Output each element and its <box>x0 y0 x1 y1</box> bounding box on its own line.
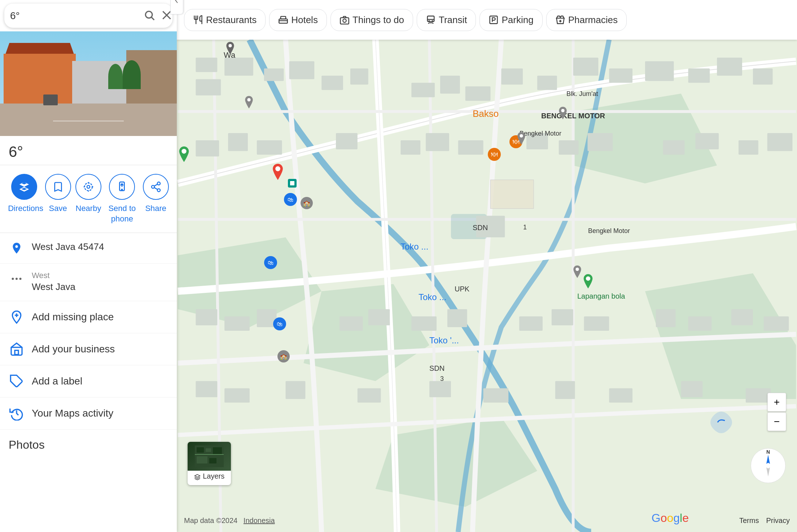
food-marker-orange-2[interactable]: 🍽 <box>487 147 502 163</box>
svg-text:N: N <box>766 449 770 455</box>
save-icon-circle <box>45 174 71 200</box>
shopping-marker-1[interactable]: 🛍 <box>283 192 298 208</box>
save-button[interactable]: Save <box>45 174 71 224</box>
map-data-text: Map data ©2024 Indonesia <box>184 516 275 525</box>
add-label-label: Add a label <box>32 375 82 387</box>
collapse-panel-button[interactable] <box>170 0 183 14</box>
svg-point-20 <box>16 278 18 280</box>
search-input[interactable] <box>10 10 139 22</box>
svg-rect-92 <box>429 381 451 397</box>
svg-rect-25 <box>15 350 18 355</box>
svg-rect-86 <box>731 309 753 325</box>
parking-icon <box>489 15 499 25</box>
gray-marker-bengkel[interactable] <box>516 132 527 148</box>
gray-marker-right[interactable] <box>557 107 569 123</box>
pharmacies-label: Pharmacies <box>568 14 618 26</box>
left-panel: 6° Directions Save <box>0 0 177 532</box>
things-to-do-label: Things to do <box>352 14 404 26</box>
zoom-in-button[interactable]: + <box>767 393 786 412</box>
zoom-out-button[interactable]: − <box>767 412 786 431</box>
shopping-marker-3[interactable]: 🛍 <box>272 317 287 333</box>
svg-text:🍽: 🍽 <box>491 151 498 158</box>
region-row: West West Java <box>0 264 177 301</box>
search-button[interactable] <box>142 8 157 23</box>
svg-rect-49 <box>411 83 435 97</box>
map-area[interactable]: Restaurants Hotels Things to do <box>177 0 797 532</box>
share-button[interactable]: Share <box>143 174 169 224</box>
svg-rect-70 <box>663 140 685 155</box>
svg-rect-44 <box>196 79 221 96</box>
photos-title: Photos <box>9 438 168 452</box>
svg-rect-83 <box>584 316 609 331</box>
svg-rect-80 <box>447 309 467 327</box>
school-marker-2[interactable]: 🏫 <box>277 349 290 365</box>
compass-widget[interactable]: N <box>750 448 786 485</box>
svg-rect-69 <box>587 133 613 151</box>
layers-button[interactable]: Layers <box>188 442 231 485</box>
transit-icon <box>426 15 436 25</box>
add-missing-place-row[interactable]: Add missing place <box>0 301 177 333</box>
hotels-button[interactable]: Hotels <box>269 9 327 31</box>
green-marker[interactable] <box>177 146 191 166</box>
svg-point-16 <box>157 189 160 192</box>
svg-rect-94 <box>555 381 575 399</box>
gray-marker-top[interactable] <box>224 42 236 58</box>
svg-point-111 <box>275 166 280 171</box>
map-background[interactable]: Bakso BENGKEL MOTOR Bengkel Motor Bengke… <box>177 40 797 532</box>
svg-point-21 <box>19 278 22 280</box>
google-logo: Google <box>652 511 689 525</box>
shopping-marker-2[interactable]: 🛍 <box>263 255 278 271</box>
svg-rect-42 <box>196 58 217 72</box>
add-label-row[interactable]: Add a label <box>0 365 177 397</box>
nearby-button[interactable]: Nearby <box>75 174 101 224</box>
svg-rect-72 <box>739 140 758 155</box>
transit-button[interactable]: Transit <box>417 9 476 31</box>
svg-rect-82 <box>552 309 573 325</box>
svg-marker-132 <box>194 474 200 477</box>
svg-rect-64 <box>400 140 420 155</box>
things-to-do-button[interactable]: Things to do <box>330 9 413 31</box>
svg-rect-129 <box>213 447 222 454</box>
restaurants-button[interactable]: Restaurants <box>184 9 266 31</box>
map-roads-svg <box>177 40 797 532</box>
svg-text:🛍: 🛍 <box>288 197 293 203</box>
school-marker[interactable]: 🏫 <box>300 196 314 211</box>
green-marker-lapangan[interactable] <box>581 274 595 292</box>
history-icon <box>9 405 25 421</box>
svg-rect-89 <box>224 388 250 403</box>
privacy-link[interactable]: Privacy <box>766 516 790 525</box>
svg-rect-91 <box>358 388 381 403</box>
svg-point-122 <box>575 268 579 271</box>
region-label: West <box>32 271 75 280</box>
svg-point-31 <box>429 21 429 21</box>
red-marker-main[interactable] <box>270 164 285 184</box>
add-pin-icon <box>9 309 25 325</box>
street-view-image[interactable] <box>0 31 177 136</box>
pharmacies-button[interactable]: Pharmacies <box>546 9 627 31</box>
fork-knife-icon <box>193 15 203 25</box>
parking-button[interactable]: Parking <box>479 9 542 31</box>
svg-rect-48 <box>350 69 368 85</box>
label-icon <box>9 373 25 389</box>
svg-point-109 <box>520 134 523 137</box>
terms-link[interactable]: Terms <box>739 516 759 525</box>
svg-rect-73 <box>767 133 793 151</box>
svg-rect-130 <box>197 456 207 463</box>
svg-rect-68 <box>559 140 579 155</box>
teal-marker[interactable] <box>287 178 297 190</box>
gray-marker-mid[interactable] <box>243 96 255 112</box>
svg-point-29 <box>343 19 346 22</box>
svg-rect-63 <box>336 133 358 149</box>
parking-label: Parking <box>502 14 533 26</box>
hotels-label: Hotels <box>291 14 318 26</box>
svg-rect-61 <box>228 133 248 151</box>
maps-activity-row[interactable]: Your Maps activity <box>0 397 177 430</box>
svg-rect-78 <box>368 309 390 325</box>
place-name: 6° <box>0 136 177 165</box>
svg-point-19 <box>12 278 14 280</box>
directions-button[interactable]: Directions <box>8 174 40 224</box>
add-business-row[interactable]: Add your business <box>0 333 177 365</box>
send-to-phone-button[interactable]: Send to phone <box>106 174 138 224</box>
search-bar <box>4 4 172 28</box>
svg-point-15 <box>152 185 154 188</box>
